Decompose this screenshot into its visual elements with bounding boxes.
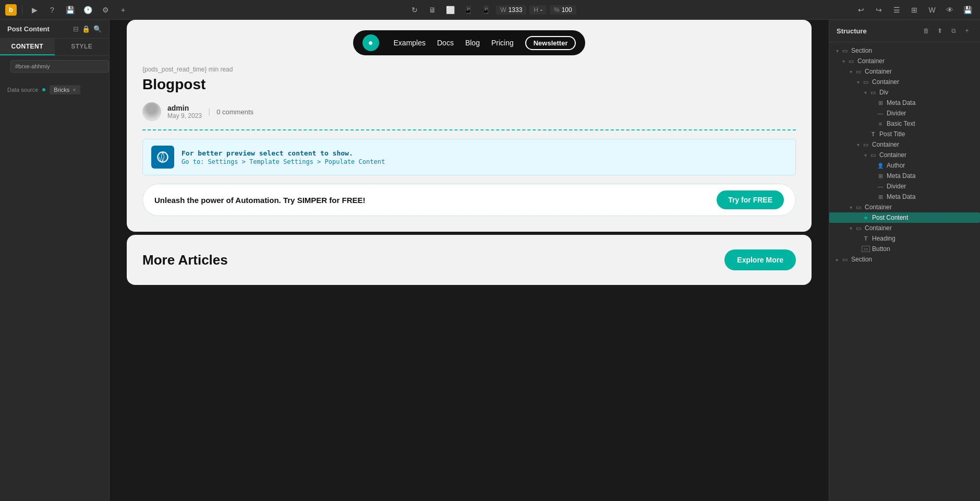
app-logo[interactable]: b — [5, 4, 17, 16]
width-control[interactable]: W 1333 — [496, 5, 526, 15]
tree-item-meta-data[interactable]: ⊞Meta Data — [829, 192, 980, 202]
tree-item-post-content[interactable]: ★Post Content — [829, 212, 980, 223]
explore-more-button[interactable]: Explore More — [724, 249, 796, 270]
desktop-icon[interactable]: 🖥 — [425, 3, 440, 17]
tree-item-container[interactable]: ▾▭Container — [829, 66, 980, 77]
main-layout: Post Content ⊟ 🔒 🔍 CONTENT STYLE Data so… — [0, 20, 980, 501]
tree-item-author[interactable]: 👤Author — [829, 160, 980, 171]
tree-item-post-title[interactable]: TPost Title — [829, 129, 980, 139]
export-icon[interactable]: ⬆ — [934, 25, 946, 37]
data-source-badge[interactable]: Bricks × — [50, 85, 80, 94]
trash-icon[interactable]: 🗑 — [921, 25, 932, 37]
help-icon[interactable]: ? — [45, 3, 59, 17]
divider-icon: — — [876, 110, 885, 116]
add-icon[interactable]: + — [116, 3, 130, 17]
tree-item-label: Meta Data — [887, 99, 915, 106]
nav-blog[interactable]: Blog — [465, 39, 480, 47]
tree-item-container[interactable]: ▾▭Container — [829, 202, 980, 212]
height-control[interactable]: H - — [529, 5, 547, 15]
play-icon[interactable]: ▶ — [28, 3, 41, 17]
tree-item-label: Post Content — [872, 214, 908, 221]
text-icon: ≡ — [876, 121, 885, 127]
container-icon: ▭ — [862, 79, 870, 86]
svg-point-1 — [159, 153, 167, 161]
promo-button[interactable]: Try for FREE — [717, 190, 784, 209]
tree-item-divider[interactable]: —Divider — [829, 108, 980, 118]
tree-item-section[interactable]: ▾▭Section — [829, 45, 980, 56]
nav-pricing[interactable]: Pricing — [491, 39, 514, 47]
search-icon[interactable]: 🔍 — [93, 25, 102, 33]
structure-actions: 🗑 ⬆ ⧉ + — [921, 25, 973, 37]
preview-text: For better preview select content to sho… — [182, 149, 385, 165]
tree-item-meta-data[interactable]: ⊞Meta Data — [829, 98, 980, 108]
height-value[interactable]: - — [540, 6, 542, 14]
tree-item-container[interactable]: ▾▭Container — [829, 56, 980, 66]
tree-item-label: Meta Data — [887, 172, 915, 180]
tree-item-container[interactable]: ▾▭Container — [829, 150, 980, 160]
eye-icon[interactable]: 👁 — [942, 3, 957, 17]
undo-icon[interactable]: ↩ — [854, 3, 868, 17]
wordpress-icon — [156, 151, 169, 163]
zoom-value[interactable]: 100 — [562, 6, 572, 14]
tree-item-label: Div — [879, 89, 888, 96]
element-id-input[interactable] — [10, 60, 109, 73]
tab-content[interactable]: CONTENT — [0, 39, 55, 55]
grid-icon[interactable]: ⊞ — [907, 3, 922, 17]
promo-bar: Unleash the power of Automation. Try SIM… — [142, 184, 796, 216]
author-avatar — [142, 102, 161, 121]
zoom-control[interactable]: % 100 — [550, 5, 576, 15]
tree-item-label: Heading — [872, 235, 896, 242]
refresh-icon[interactable]: ↻ — [407, 3, 422, 17]
tree-item-divider[interactable]: —Divider — [829, 181, 980, 192]
data-source-value: Bricks — [54, 87, 69, 93]
save-draft-icon[interactable]: 💾 — [960, 3, 975, 17]
tree-item-label: Post Title — [879, 130, 905, 138]
data-source-remove[interactable]: × — [72, 87, 76, 93]
nav-examples[interactable]: Examples — [394, 39, 426, 47]
tree-item-section[interactable]: ▸▭Section — [829, 254, 980, 265]
nav-docs[interactable]: Docs — [437, 39, 454, 47]
tab-style[interactable]: STYLE — [55, 39, 110, 55]
menu-icon[interactable]: ☰ — [889, 3, 904, 17]
nav-newsletter-btn[interactable]: Newsletter — [525, 36, 576, 50]
tree-item-container[interactable]: ▾▭Container — [829, 77, 980, 87]
tree-item-label: Container — [872, 141, 899, 148]
section-icon: ▭ — [841, 256, 849, 263]
layers-icon[interactable]: ⊟ — [73, 25, 79, 33]
copy-icon[interactable]: ⧉ — [948, 25, 959, 37]
tree-item-basic-text[interactable]: ≡Basic Text — [829, 118, 980, 129]
wp-icon[interactable]: W — [925, 3, 939, 17]
tree-item-heading[interactable]: THeading — [829, 233, 980, 244]
tree-item-label: Basic Text — [887, 120, 915, 127]
dashed-divider — [142, 129, 796, 130]
heading-icon: T — [862, 235, 870, 242]
preview-notice: For better preview select content to sho… — [142, 139, 796, 175]
save-icon[interactable]: 💾 — [63, 3, 77, 17]
tree-item-container[interactable]: ▾▭Container — [829, 139, 980, 150]
meta-icon: ⊞ — [876, 194, 885, 200]
history-icon[interactable]: 🕐 — [81, 3, 94, 17]
tree-item-meta-data[interactable]: ⊞Meta Data — [829, 171, 980, 181]
tablet-icon[interactable]: 📱 — [461, 3, 475, 17]
canvas-area[interactable]: ● Examples Docs Blog Pricing Newsletter … — [110, 20, 829, 501]
tree-chevron: ▾ — [840, 58, 847, 64]
tree-item-button[interactable]: ▭Button — [829, 244, 980, 254]
settings-icon[interactable]: ⚙ — [99, 3, 112, 17]
tree-item-label: Divider — [887, 110, 906, 117]
separator — [22, 5, 22, 15]
tree-item-div[interactable]: ▾▭Div — [829, 87, 980, 98]
top-toolbar: b ▶ ? 💾 🕐 ⚙ + ↻ 🖥 ⬜ 📱 📱 W 1333 H - % 100… — [0, 0, 980, 20]
tablet-landscape-icon[interactable]: ⬜ — [443, 3, 457, 17]
panel-actions: ⊟ 🔒 🔍 — [73, 25, 102, 33]
redo-icon[interactable]: ↪ — [872, 3, 886, 17]
tree-item-container[interactable]: ▾▭Container — [829, 223, 980, 233]
tab-bar: CONTENT STYLE — [0, 39, 109, 56]
width-value[interactable]: 1333 — [509, 6, 523, 14]
add-element-icon[interactable]: + — [961, 25, 973, 37]
promo-text: Unleash the power of Automation. Try SIM… — [154, 196, 365, 205]
lock-icon[interactable]: 🔒 — [82, 25, 90, 33]
mobile-icon[interactable]: 📱 — [478, 3, 493, 17]
preview-line2: Go to: Settings > Template Settings > Po… — [182, 158, 385, 165]
comments-count: 0 comments — [216, 108, 253, 116]
tree-chevron: ▾ — [847, 205, 854, 210]
